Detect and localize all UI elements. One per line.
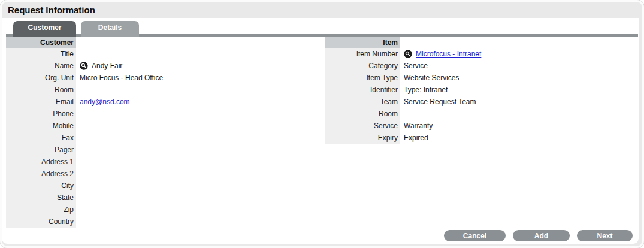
page-title: Request Information: [2, 2, 642, 18]
table-row: Item Number Microfocus - Intranet: [325, 48, 481, 60]
tab-customer-label: Customer: [28, 23, 61, 32]
field-value-item-type: Website Services: [400, 72, 459, 84]
field-value-address2: [76, 168, 80, 180]
table-row: Mobile: [6, 120, 163, 132]
table-row: Org. Unit Micro Focus - Head Office: [6, 72, 163, 84]
field-label-org-unit: Org. Unit: [6, 72, 76, 84]
customer-name: Andy Fair: [92, 62, 122, 70]
table-row: Item Type Website Services: [325, 72, 481, 84]
field-label-category: Category: [325, 60, 400, 72]
field-value-title: [76, 48, 80, 60]
tab-details-label: Details: [98, 23, 122, 32]
customer-section: Customer Title Name Andy Fair: [6, 37, 163, 228]
field-label-item-type: Item Type: [325, 72, 400, 84]
table-row: Category Service: [325, 60, 481, 72]
field-value-org-unit: Micro Focus - Head Office: [76, 72, 163, 84]
field-label-state: State: [6, 192, 76, 204]
field-label-name: Name: [6, 60, 76, 72]
customer-email-link[interactable]: andy@nsd.com: [80, 98, 130, 106]
field-label-zip: Zip: [6, 204, 76, 216]
field-value-service: Warranty: [400, 120, 433, 132]
field-value-phone: [76, 108, 80, 120]
field-value-country: [76, 216, 80, 228]
table-row: Phone: [6, 108, 163, 120]
table-row: Address 2: [6, 168, 163, 180]
field-value-state: [76, 192, 80, 204]
content-area: Customer Details Customer Title Name: [2, 18, 639, 244]
search-icon[interactable]: [404, 50, 412, 58]
field-value-mobile: [76, 120, 80, 132]
field-label-mobile: Mobile: [6, 120, 76, 132]
field-label-pager: Pager: [6, 144, 76, 156]
table-row: Team Service Request Team: [325, 96, 481, 108]
item-number-link[interactable]: Microfocus - Intranet: [416, 50, 481, 58]
table-row: State: [6, 192, 163, 204]
field-label-fax: Fax: [6, 132, 76, 144]
field-label-identifier: Identifier: [325, 84, 400, 96]
field-value-zip: [76, 204, 80, 216]
field-label-room: Room: [6, 84, 76, 96]
cancel-button[interactable]: Cancel: [444, 230, 506, 241]
field-label-expiry: Expiry: [325, 132, 400, 144]
item-section-header: Item: [325, 37, 400, 48]
table-row: Title: [6, 48, 163, 60]
field-value-room: [76, 84, 80, 96]
table-row: Country: [6, 216, 163, 228]
field-value-city: [76, 180, 80, 192]
request-information-panel: Request Information Customer Details Cus…: [0, 0, 644, 248]
add-button[interactable]: Add: [513, 230, 570, 241]
field-value-expiry: Expired: [400, 132, 428, 144]
field-label-email: Email: [6, 96, 76, 108]
table-row: Name Andy Fair: [6, 60, 163, 72]
field-label-country: Country: [6, 216, 76, 228]
table-row: Pager: [6, 144, 163, 156]
table-row: Expiry Expired: [325, 132, 481, 144]
field-label-address1: Address 1: [6, 156, 76, 168]
customer-section-header: Customer: [6, 37, 76, 48]
field-label-service: Service: [325, 120, 400, 132]
table-row: Zip: [6, 204, 163, 216]
field-value-pager: [76, 144, 80, 156]
tab-details[interactable]: Details: [81, 21, 139, 37]
field-label-title: Title: [6, 48, 76, 60]
field-label-city: City: [6, 180, 76, 192]
field-value-category: Service: [400, 60, 428, 72]
table-row: Service Warranty: [325, 120, 481, 132]
field-value-item-room: [400, 108, 404, 120]
table-row: City: [6, 180, 163, 192]
field-label-phone: Phone: [6, 108, 76, 120]
field-value-fax: [76, 132, 80, 144]
search-icon[interactable]: [80, 62, 88, 70]
item-section: Item Item Number Microfocus - Intranet C: [325, 37, 481, 144]
field-label-team: Team: [325, 96, 400, 108]
table-row: Identifier Type: Intranet: [325, 84, 481, 96]
table-row: Address 1: [6, 156, 163, 168]
table-row: Email andy@nsd.com: [6, 96, 163, 108]
table-row: Room: [325, 108, 481, 120]
field-value-address1: [76, 156, 80, 168]
field-label-item-number: Item Number: [325, 48, 400, 60]
field-label-address2: Address 2: [6, 168, 76, 180]
footer-actions: Cancel Add Next: [444, 230, 633, 241]
field-label-item-room: Room: [325, 108, 400, 120]
table-row: Fax: [6, 132, 163, 144]
field-value-team: Service Request Team: [400, 96, 476, 108]
tab-customer[interactable]: Customer: [13, 21, 76, 37]
table-row: Room: [6, 84, 163, 96]
field-value-identifier: Type: Intranet: [400, 84, 448, 96]
next-button[interactable]: Next: [577, 230, 633, 241]
